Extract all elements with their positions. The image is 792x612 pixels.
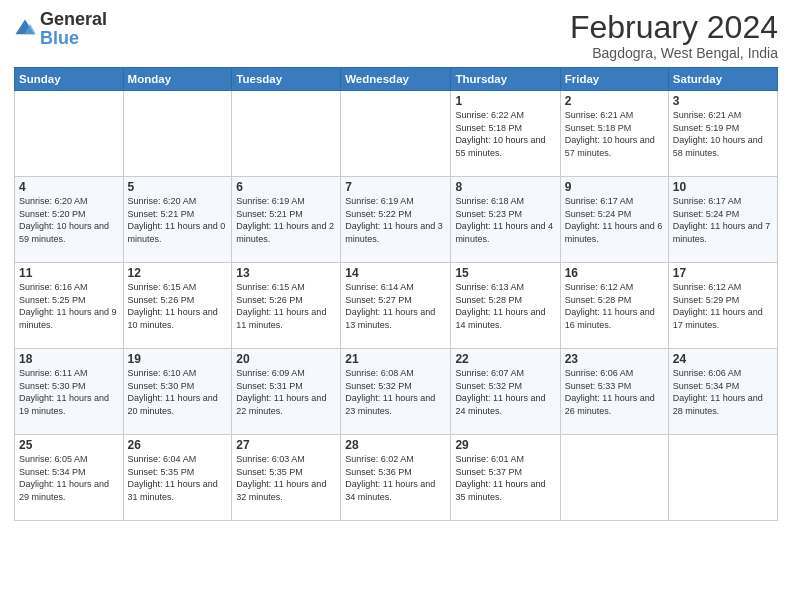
- day-number: 16: [565, 266, 664, 280]
- calendar-cell: [560, 435, 668, 521]
- day-info: Sunrise: 6:08 AM Sunset: 5:32 PM Dayligh…: [345, 367, 446, 417]
- calendar-cell: 20Sunrise: 6:09 AM Sunset: 5:31 PM Dayli…: [232, 349, 341, 435]
- calendar-cell: 24Sunrise: 6:06 AM Sunset: 5:34 PM Dayli…: [668, 349, 777, 435]
- day-number: 11: [19, 266, 119, 280]
- calendar-header-row: Sunday Monday Tuesday Wednesday Thursday…: [15, 68, 778, 91]
- day-info: Sunrise: 6:11 AM Sunset: 5:30 PM Dayligh…: [19, 367, 119, 417]
- day-info: Sunrise: 6:03 AM Sunset: 5:35 PM Dayligh…: [236, 453, 336, 503]
- calendar-cell: 14Sunrise: 6:14 AM Sunset: 5:27 PM Dayli…: [341, 263, 451, 349]
- day-info: Sunrise: 6:13 AM Sunset: 5:28 PM Dayligh…: [455, 281, 555, 331]
- day-info: Sunrise: 6:16 AM Sunset: 5:25 PM Dayligh…: [19, 281, 119, 331]
- day-number: 15: [455, 266, 555, 280]
- day-number: 22: [455, 352, 555, 366]
- col-monday: Monday: [123, 68, 232, 91]
- calendar-week-3: 11Sunrise: 6:16 AM Sunset: 5:25 PM Dayli…: [15, 263, 778, 349]
- calendar-cell: 29Sunrise: 6:01 AM Sunset: 5:37 PM Dayli…: [451, 435, 560, 521]
- day-number: 1: [455, 94, 555, 108]
- day-number: 27: [236, 438, 336, 452]
- subtitle: Bagdogra, West Bengal, India: [570, 45, 778, 61]
- day-number: 25: [19, 438, 119, 452]
- day-info: Sunrise: 6:06 AM Sunset: 5:34 PM Dayligh…: [673, 367, 773, 417]
- calendar-cell: [668, 435, 777, 521]
- day-number: 24: [673, 352, 773, 366]
- calendar-week-5: 25Sunrise: 6:05 AM Sunset: 5:34 PM Dayli…: [15, 435, 778, 521]
- calendar-cell: 17Sunrise: 6:12 AM Sunset: 5:29 PM Dayli…: [668, 263, 777, 349]
- logo-icon: [14, 18, 36, 40]
- calendar-cell: 28Sunrise: 6:02 AM Sunset: 5:36 PM Dayli…: [341, 435, 451, 521]
- day-info: Sunrise: 6:09 AM Sunset: 5:31 PM Dayligh…: [236, 367, 336, 417]
- day-number: 12: [128, 266, 228, 280]
- day-info: Sunrise: 6:17 AM Sunset: 5:24 PM Dayligh…: [565, 195, 664, 245]
- calendar-cell: 5Sunrise: 6:20 AM Sunset: 5:21 PM Daylig…: [123, 177, 232, 263]
- day-number: 9: [565, 180, 664, 194]
- calendar-cell: 23Sunrise: 6:06 AM Sunset: 5:33 PM Dayli…: [560, 349, 668, 435]
- calendar-cell: 22Sunrise: 6:07 AM Sunset: 5:32 PM Dayli…: [451, 349, 560, 435]
- calendar-cell: 4Sunrise: 6:20 AM Sunset: 5:20 PM Daylig…: [15, 177, 124, 263]
- main-title: February 2024: [570, 10, 778, 45]
- day-number: 3: [673, 94, 773, 108]
- calendar-cell: 11Sunrise: 6:16 AM Sunset: 5:25 PM Dayli…: [15, 263, 124, 349]
- page: General Blue February 2024 Bagdogra, Wes…: [0, 0, 792, 612]
- calendar-cell: 27Sunrise: 6:03 AM Sunset: 5:35 PM Dayli…: [232, 435, 341, 521]
- calendar-cell: 1Sunrise: 6:22 AM Sunset: 5:18 PM Daylig…: [451, 91, 560, 177]
- day-number: 28: [345, 438, 446, 452]
- day-number: 14: [345, 266, 446, 280]
- day-number: 17: [673, 266, 773, 280]
- header: General Blue February 2024 Bagdogra, Wes…: [14, 10, 778, 61]
- calendar-cell: 26Sunrise: 6:04 AM Sunset: 5:35 PM Dayli…: [123, 435, 232, 521]
- day-number: 2: [565, 94, 664, 108]
- calendar-cell: 6Sunrise: 6:19 AM Sunset: 5:21 PM Daylig…: [232, 177, 341, 263]
- day-number: 10: [673, 180, 773, 194]
- calendar-cell: 15Sunrise: 6:13 AM Sunset: 5:28 PM Dayli…: [451, 263, 560, 349]
- day-info: Sunrise: 6:20 AM Sunset: 5:21 PM Dayligh…: [128, 195, 228, 245]
- day-info: Sunrise: 6:14 AM Sunset: 5:27 PM Dayligh…: [345, 281, 446, 331]
- day-number: 5: [128, 180, 228, 194]
- day-number: 8: [455, 180, 555, 194]
- logo: General Blue: [14, 10, 107, 48]
- day-number: 13: [236, 266, 336, 280]
- calendar-cell: 7Sunrise: 6:19 AM Sunset: 5:22 PM Daylig…: [341, 177, 451, 263]
- day-info: Sunrise: 6:02 AM Sunset: 5:36 PM Dayligh…: [345, 453, 446, 503]
- calendar-cell: [341, 91, 451, 177]
- calendar-cell: [15, 91, 124, 177]
- day-info: Sunrise: 6:12 AM Sunset: 5:28 PM Dayligh…: [565, 281, 664, 331]
- calendar-cell: 16Sunrise: 6:12 AM Sunset: 5:28 PM Dayli…: [560, 263, 668, 349]
- calendar-cell: 21Sunrise: 6:08 AM Sunset: 5:32 PM Dayli…: [341, 349, 451, 435]
- day-info: Sunrise: 6:07 AM Sunset: 5:32 PM Dayligh…: [455, 367, 555, 417]
- day-info: Sunrise: 6:15 AM Sunset: 5:26 PM Dayligh…: [236, 281, 336, 331]
- calendar-cell: 9Sunrise: 6:17 AM Sunset: 5:24 PM Daylig…: [560, 177, 668, 263]
- day-info: Sunrise: 6:20 AM Sunset: 5:20 PM Dayligh…: [19, 195, 119, 245]
- day-number: 20: [236, 352, 336, 366]
- day-number: 6: [236, 180, 336, 194]
- logo-general: General: [40, 9, 107, 29]
- calendar-table: Sunday Monday Tuesday Wednesday Thursday…: [14, 67, 778, 521]
- day-number: 19: [128, 352, 228, 366]
- day-info: Sunrise: 6:10 AM Sunset: 5:30 PM Dayligh…: [128, 367, 228, 417]
- day-info: Sunrise: 6:22 AM Sunset: 5:18 PM Dayligh…: [455, 109, 555, 159]
- day-info: Sunrise: 6:01 AM Sunset: 5:37 PM Dayligh…: [455, 453, 555, 503]
- day-info: Sunrise: 6:17 AM Sunset: 5:24 PM Dayligh…: [673, 195, 773, 245]
- calendar-cell: [123, 91, 232, 177]
- day-info: Sunrise: 6:19 AM Sunset: 5:21 PM Dayligh…: [236, 195, 336, 245]
- col-tuesday: Tuesday: [232, 68, 341, 91]
- calendar-cell: 12Sunrise: 6:15 AM Sunset: 5:26 PM Dayli…: [123, 263, 232, 349]
- day-info: Sunrise: 6:12 AM Sunset: 5:29 PM Dayligh…: [673, 281, 773, 331]
- day-info: Sunrise: 6:21 AM Sunset: 5:19 PM Dayligh…: [673, 109, 773, 159]
- title-section: February 2024 Bagdogra, West Bengal, Ind…: [570, 10, 778, 61]
- day-number: 4: [19, 180, 119, 194]
- calendar-cell: 10Sunrise: 6:17 AM Sunset: 5:24 PM Dayli…: [668, 177, 777, 263]
- calendar-week-4: 18Sunrise: 6:11 AM Sunset: 5:30 PM Dayli…: [15, 349, 778, 435]
- calendar-cell: 3Sunrise: 6:21 AM Sunset: 5:19 PM Daylig…: [668, 91, 777, 177]
- day-info: Sunrise: 6:04 AM Sunset: 5:35 PM Dayligh…: [128, 453, 228, 503]
- calendar-cell: 18Sunrise: 6:11 AM Sunset: 5:30 PM Dayli…: [15, 349, 124, 435]
- col-thursday: Thursday: [451, 68, 560, 91]
- day-info: Sunrise: 6:05 AM Sunset: 5:34 PM Dayligh…: [19, 453, 119, 503]
- logo-blue: Blue: [40, 28, 79, 48]
- calendar-cell: 25Sunrise: 6:05 AM Sunset: 5:34 PM Dayli…: [15, 435, 124, 521]
- col-sunday: Sunday: [15, 68, 124, 91]
- day-number: 18: [19, 352, 119, 366]
- day-info: Sunrise: 6:21 AM Sunset: 5:18 PM Dayligh…: [565, 109, 664, 159]
- col-wednesday: Wednesday: [341, 68, 451, 91]
- day-number: 29: [455, 438, 555, 452]
- day-info: Sunrise: 6:06 AM Sunset: 5:33 PM Dayligh…: [565, 367, 664, 417]
